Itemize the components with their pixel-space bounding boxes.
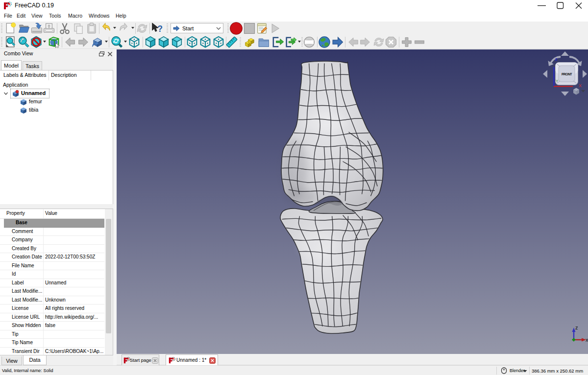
svg-text:z: z bbox=[575, 325, 578, 330]
svg-text:x: x bbox=[586, 337, 588, 343]
svg-text:X: X bbox=[579, 83, 582, 88]
svg-text:z: z bbox=[555, 57, 558, 62]
svg-text:FRONT: FRONT bbox=[562, 72, 572, 76]
svg-text:Y: Y bbox=[556, 79, 559, 83]
svg-text:?: ? bbox=[157, 24, 163, 34]
